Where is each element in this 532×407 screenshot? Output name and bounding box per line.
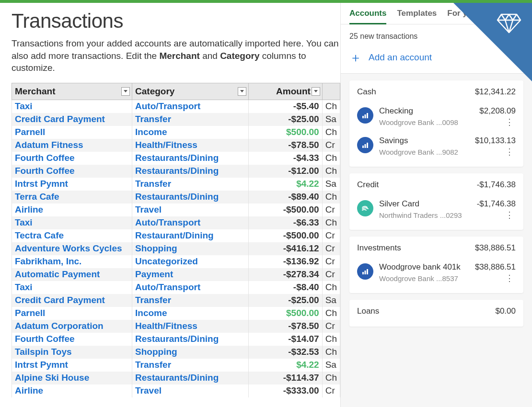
- filter-dropdown-icon[interactable]: [121, 87, 130, 96]
- category-link[interactable]: Shopping: [135, 243, 177, 253]
- svg-rect-6: [362, 272, 364, 274]
- table-row: Taxi Auto/Transport -$6.33 Ch: [12, 216, 340, 229]
- filter-dropdown-icon[interactable]: [238, 87, 246, 96]
- category-link[interactable]: Restaurants/Dining: [135, 334, 219, 344]
- col-account-cut: [322, 83, 340, 100]
- account-item[interactable]: Silver Card -$1,746.38 Northwind Traders…: [357, 195, 516, 225]
- account-item[interactable]: Woodgrove bank 401k $38,886.51 Woodgrove…: [357, 259, 516, 288]
- merchant-link[interactable]: Taxi: [15, 282, 33, 292]
- tab-accounts[interactable]: Accounts: [349, 9, 386, 24]
- account-item[interactable]: Savings $10,133.13 Woodgrove Bank ...908…: [357, 132, 516, 162]
- table-row: Alpine Ski House Restaurants/Dining -$11…: [12, 372, 340, 384]
- merchant-link[interactable]: Taxi: [15, 101, 33, 111]
- category-link[interactable]: Restaurants/Dining: [135, 373, 219, 383]
- tab-templates[interactable]: Templates: [397, 9, 437, 24]
- merchant-link[interactable]: Parnell: [15, 127, 45, 137]
- page-title: Transactions: [12, 10, 340, 33]
- merchant-link[interactable]: Taxi: [15, 217, 33, 227]
- category-link[interactable]: Restaurants/Dining: [135, 192, 219, 202]
- account-cell-cut: Cr: [322, 229, 340, 242]
- category-link[interactable]: Health/Fitness: [135, 321, 197, 331]
- category-link[interactable]: Travel: [135, 385, 162, 396]
- merchant-link[interactable]: Adatum Fitness: [15, 140, 83, 150]
- filter-dropdown-icon[interactable]: [312, 87, 320, 96]
- merchant-link[interactable]: Airline: [15, 385, 43, 396]
- table-row: Intrst Pymnt Transfer $4.22 Sa: [12, 178, 340, 191]
- group-header: Loans $0.00: [357, 306, 516, 316]
- merchant-link[interactable]: Adventure Works Cycles: [15, 243, 122, 253]
- merchant-link[interactable]: Fabrikham, Inc.: [15, 256, 81, 266]
- amount-cell: -$78.50: [249, 320, 322, 333]
- account-group-card: Investments $38,886.51 Woodgrove bank 40…: [349, 237, 523, 293]
- category-link[interactable]: Restaurants/Dining: [135, 153, 219, 163]
- merchant-link[interactable]: Alpine Ski House: [15, 373, 89, 383]
- group-label: Cash: [357, 87, 376, 97]
- more-icon[interactable]: ⋮: [503, 273, 516, 283]
- merchant-link[interactable]: Automatic Payment: [15, 269, 100, 279]
- category-link[interactable]: Auto/Transport: [135, 282, 200, 292]
- category-link[interactable]: Transfer: [135, 360, 171, 370]
- table-row: Parnell Income $500.00 Ch: [12, 307, 340, 320]
- table-row: Airline Travel -$333.00 Cr: [12, 384, 340, 397]
- amount-cell: -$14.07: [249, 333, 322, 346]
- table-row: Tailspin Toys Shopping -$32.53 Ch: [12, 346, 340, 359]
- col-label: Category: [135, 86, 174, 96]
- table-row: Adatum Corporation Health/Fitness -$78.5…: [12, 320, 340, 333]
- category-link[interactable]: Transfer: [135, 295, 171, 305]
- merchant-link[interactable]: Credit Card Payment: [15, 295, 105, 305]
- add-account-label: Add an account: [369, 52, 432, 63]
- account-cell-cut: Ch: [322, 307, 340, 320]
- account-item[interactable]: Checking $2,208.09 Woodgrove Bank ...009…: [357, 102, 516, 132]
- col-amount[interactable]: Amount $: [249, 83, 322, 100]
- category-link[interactable]: Uncategorized: [135, 256, 198, 266]
- table-row: Intrst Pymnt Transfer $4.22 Sa: [12, 359, 340, 372]
- account-cell-cut: Sa: [322, 178, 340, 191]
- category-link[interactable]: Income: [135, 127, 167, 137]
- account-icon: [357, 107, 373, 124]
- svg-rect-7: [365, 271, 366, 274]
- merchant-link[interactable]: Terra Cafe: [15, 192, 59, 202]
- col-merchant[interactable]: Merchant: [12, 83, 132, 100]
- plus-icon: ＋: [349, 51, 362, 64]
- group-total: $0.00: [495, 306, 516, 316]
- merchant-link[interactable]: Adatum Corporation: [15, 321, 104, 331]
- merchant-link[interactable]: Intrst Pymnt: [15, 360, 68, 370]
- more-icon[interactable]: ⋮: [503, 117, 516, 127]
- category-link[interactable]: Payment: [135, 269, 173, 279]
- svg-rect-1: [365, 114, 366, 118]
- merchant-link[interactable]: Intrst Pymnt: [15, 179, 68, 189]
- category-link[interactable]: Auto/Transport: [135, 101, 200, 111]
- merchant-link[interactable]: Fourth Coffee: [15, 334, 75, 344]
- more-icon[interactable]: ⋮: [503, 147, 516, 157]
- category-link[interactable]: Transfer: [135, 114, 171, 124]
- category-link[interactable]: Travel: [135, 204, 162, 215]
- merchant-link[interactable]: Parnell: [15, 308, 45, 318]
- account-icon: [357, 263, 373, 280]
- account-groups: Cash $12,341.22 Checking $2,208.09 Woodg…: [341, 74, 532, 333]
- account-group-card: Credit -$1,746.38 Silver Card -$1,746.38…: [349, 173, 523, 230]
- more-icon[interactable]: ⋮: [503, 210, 516, 220]
- amount-cell: -$78.50: [249, 139, 322, 152]
- merchant-link[interactable]: Fourth Coffee: [15, 166, 75, 176]
- category-link[interactable]: Transfer: [135, 179, 171, 189]
- amount-cell: $4.22: [249, 359, 322, 372]
- account-cell-cut: Ch: [322, 346, 340, 359]
- category-link[interactable]: Health/Fitness: [135, 140, 197, 150]
- merchant-link[interactable]: Airline: [15, 204, 43, 215]
- group-header: Cash $12,341.22: [357, 87, 516, 97]
- col-category[interactable]: Category: [132, 83, 249, 100]
- category-link[interactable]: Shopping: [135, 347, 177, 357]
- category-link[interactable]: Restaurants/Dining: [135, 166, 219, 176]
- amount-cell: $4.22: [249, 178, 322, 191]
- amount-cell: -$8.40: [249, 281, 322, 294]
- table-row: Airline Travel -$500.00 Cr: [12, 204, 340, 216]
- desc-bold-merchant: Merchant: [159, 51, 199, 61]
- category-link[interactable]: Auto/Transport: [135, 217, 200, 227]
- merchant-link[interactable]: Fourth Coffee: [15, 153, 75, 163]
- merchant-link[interactable]: Credit Card Payment: [15, 114, 105, 124]
- transactions-table: Merchant Category Amount $: [12, 83, 340, 397]
- category-link[interactable]: Restaurant/Dining: [135, 230, 214, 240]
- merchant-link[interactable]: Tailspin Toys: [15, 347, 72, 357]
- category-link[interactable]: Income: [135, 308, 167, 318]
- merchant-link[interactable]: Tectra Cafe: [15, 230, 64, 240]
